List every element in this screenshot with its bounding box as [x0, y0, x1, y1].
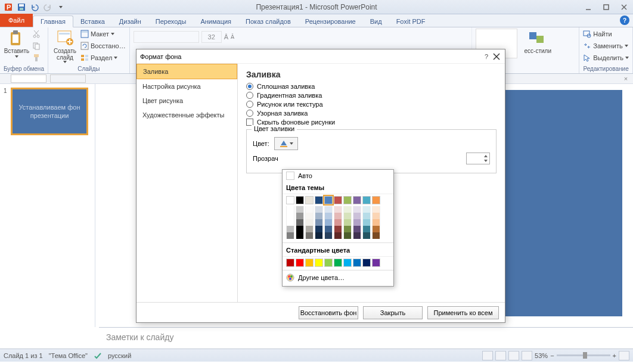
- tab-transitions[interactable]: Переходы: [148, 16, 194, 27]
- theme-shade-swatch[interactable]: [343, 232, 352, 239]
- theme-shade-swatch[interactable]: [286, 226, 294, 232]
- section-button[interactable]: Раздел: [80, 52, 126, 63]
- theme-shade-swatch[interactable]: [324, 213, 333, 219]
- theme-shade-swatch[interactable]: [362, 226, 371, 232]
- theme-shade-swatch[interactable]: [324, 232, 333, 239]
- view-slideshow-button[interactable]: [522, 351, 532, 360]
- standard-color-swatch[interactable]: [353, 259, 361, 267]
- format-painter-icon[interactable]: [32, 52, 41, 63]
- minimize-button[interactable]: [579, 1, 597, 14]
- standard-color-swatch[interactable]: [305, 259, 314, 267]
- theme-shade-swatch[interactable]: [372, 219, 380, 226]
- theme-shade-swatch[interactable]: [334, 219, 342, 226]
- close-pane-icon[interactable]: ×: [621, 74, 631, 83]
- reset-background-button[interactable]: Восстановить фон: [299, 306, 358, 319]
- theme-shade-swatch[interactable]: [343, 206, 352, 213]
- theme-shade-swatch[interactable]: [315, 232, 323, 239]
- theme-shade-swatch[interactable]: [343, 213, 352, 219]
- zoom-out-button[interactable]: −: [550, 352, 554, 359]
- theme-shade-swatch[interactable]: [305, 232, 314, 239]
- fit-window-button[interactable]: [619, 351, 629, 360]
- layout-button[interactable]: Макет: [80, 29, 126, 39]
- color-picker-button[interactable]: [274, 137, 298, 150]
- more-colors[interactable]: Другие цвета…: [283, 272, 393, 284]
- theme-shade-swatch[interactable]: [296, 232, 304, 239]
- theme-color-swatch[interactable]: [362, 196, 371, 204]
- theme-shade-swatch[interactable]: [315, 206, 323, 213]
- close-dialog-button[interactable]: Закрыть: [363, 306, 423, 319]
- save-icon[interactable]: [15, 1, 27, 13]
- standard-color-swatch[interactable]: [286, 259, 294, 267]
- color-auto[interactable]: Авто: [283, 170, 393, 182]
- theme-shade-swatch[interactable]: [334, 206, 342, 213]
- theme-shade-swatch[interactable]: [296, 226, 304, 232]
- tab-foxit[interactable]: Foxit PDF: [389, 16, 433, 27]
- standard-color-swatch[interactable]: [343, 259, 352, 267]
- transparency-spinner[interactable]: [466, 153, 490, 164]
- nav-fill[interactable]: Заливка: [136, 64, 237, 79]
- spellcheck-icon[interactable]: [94, 351, 102, 360]
- tab-home[interactable]: Главная: [33, 15, 73, 27]
- dialog-help-icon[interactable]: ?: [485, 53, 488, 60]
- theme-color-swatch[interactable]: [353, 196, 361, 204]
- theme-color-swatch[interactable]: [286, 196, 294, 204]
- standard-color-swatch[interactable]: [315, 259, 323, 267]
- redo-icon[interactable]: [42, 1, 54, 13]
- zoom-slider[interactable]: [557, 354, 610, 356]
- theme-shade-swatch[interactable]: [305, 206, 314, 213]
- theme-shade-swatch[interactable]: [286, 232, 294, 239]
- cut-icon[interactable]: [32, 29, 41, 39]
- nav-picture-color[interactable]: Цвет рисунка: [136, 94, 237, 108]
- theme-shade-swatch[interactable]: [296, 213, 304, 219]
- theme-shade-swatch[interactable]: [324, 226, 333, 232]
- standard-color-swatch[interactable]: [324, 259, 333, 267]
- status-lang[interactable]: русский: [108, 352, 131, 359]
- qat-dropdown-icon[interactable]: [55, 1, 67, 13]
- tab-animation[interactable]: Анимация: [193, 16, 238, 27]
- theme-shade-swatch[interactable]: [334, 213, 342, 219]
- theme-shade-swatch[interactable]: [334, 226, 342, 232]
- theme-shade-swatch[interactable]: [296, 219, 304, 226]
- theme-color-swatch[interactable]: [334, 196, 342, 204]
- theme-shade-swatch[interactable]: [372, 226, 380, 232]
- theme-shade-swatch[interactable]: [353, 206, 361, 213]
- select-button[interactable]: Выделить: [583, 52, 629, 63]
- outline-tab-icon[interactable]: [50, 74, 86, 83]
- tab-review[interactable]: Рецензирование: [298, 16, 363, 27]
- theme-shade-swatch[interactable]: [315, 213, 323, 219]
- radio-gradient-fill[interactable]: Градиентная заливка: [246, 92, 497, 99]
- find-button[interactable]: Найти: [583, 29, 629, 39]
- standard-color-swatch[interactable]: [372, 259, 380, 267]
- theme-shade-swatch[interactable]: [372, 206, 380, 213]
- theme-shade-swatch[interactable]: [305, 213, 314, 219]
- dialog-close-icon[interactable]: [492, 52, 501, 61]
- theme-shade-swatch[interactable]: [324, 219, 333, 226]
- standard-color-swatch[interactable]: [334, 259, 342, 267]
- view-normal-button[interactable]: [482, 351, 493, 360]
- theme-shade-swatch[interactable]: [362, 213, 371, 219]
- view-sorter-button[interactable]: [495, 351, 506, 360]
- paste-button[interactable]: Вставить: [4, 29, 30, 58]
- theme-shade-swatch[interactable]: [353, 213, 361, 219]
- nav-picture-corrections[interactable]: Настройка рисунка: [136, 79, 237, 94]
- theme-color-swatch[interactable]: [343, 196, 352, 204]
- zoom-in-button[interactable]: +: [613, 352, 616, 359]
- theme-shade-swatch[interactable]: [305, 226, 314, 232]
- theme-shade-swatch[interactable]: [362, 206, 371, 213]
- theme-shade-swatch[interactable]: [372, 213, 380, 219]
- theme-color-swatch[interactable]: [296, 196, 304, 204]
- theme-shade-swatch[interactable]: [353, 226, 361, 232]
- new-slide-button[interactable]: Создать слайд: [52, 29, 78, 63]
- notes-pane[interactable]: Заметки к слайду: [99, 327, 633, 349]
- theme-shade-swatch[interactable]: [296, 206, 304, 213]
- theme-shade-swatch[interactable]: [286, 206, 294, 213]
- radio-solid-fill[interactable]: Сплошная заливка: [246, 83, 497, 90]
- powerpoint-icon[interactable]: P: [2, 1, 14, 13]
- tab-insert[interactable]: Вставка: [73, 16, 112, 27]
- theme-color-swatch[interactable]: [372, 196, 380, 204]
- tab-slideshow[interactable]: Показ слайдов: [238, 16, 298, 27]
- standard-color-swatch[interactable]: [362, 259, 371, 267]
- theme-shade-swatch[interactable]: [343, 226, 352, 232]
- dialog-titlebar[interactable]: Формат фона ?: [136, 49, 505, 64]
- tab-design[interactable]: Дизайн: [112, 16, 148, 27]
